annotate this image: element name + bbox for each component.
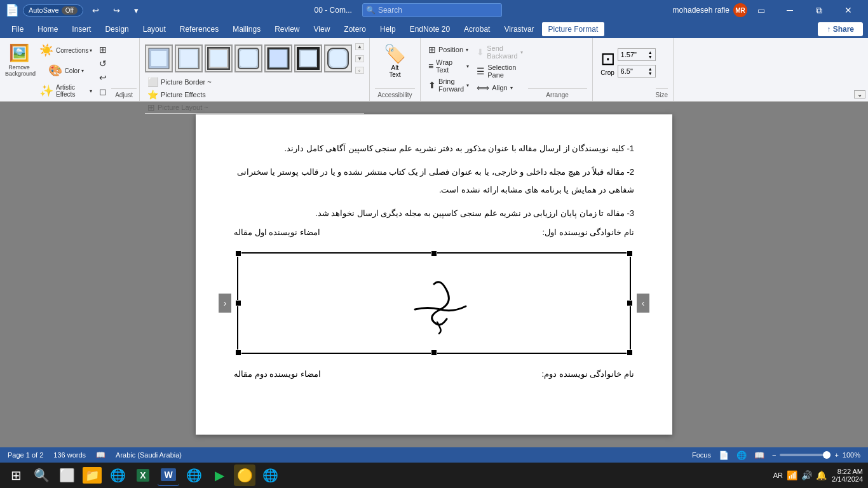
menu-view[interactable]: View (308, 22, 337, 36)
menu-virastvar[interactable]: Virastvar (498, 22, 540, 36)
styles-scroll-up[interactable]: ▲ (355, 43, 364, 50)
compress-pictures-button[interactable]: ⊞ (96, 43, 110, 56)
menu-layout[interactable]: Layout (137, 22, 172, 36)
taskbar-media[interactable]: ▶ (208, 464, 230, 486)
width-spinner-arrows[interactable]: ▲▼ (648, 67, 653, 76)
handle-bottom-middle[interactable] (431, 349, 437, 356)
scroll-right-arrow[interactable]: › (637, 294, 649, 313)
picture-border-button[interactable]: ⬜ Picture Border ~ (145, 76, 364, 88)
style-thumb-3[interactable] (205, 44, 233, 72)
focus-button[interactable]: Focus (692, 451, 711, 459)
view-print-icon[interactable]: 📄 (719, 451, 729, 460)
taskbar-edge[interactable]: 🌐 (107, 464, 128, 486)
close-button[interactable]: ✕ (834, 0, 863, 20)
alt-text-button[interactable]: 🏷️ AltText (379, 41, 411, 88)
tray-volume[interactable]: 🔊 (801, 470, 812, 480)
taskbar-app1[interactable]: 🟡 (234, 464, 255, 486)
height-spinner[interactable]: 1.57" ▲▼ (618, 48, 656, 61)
search-input[interactable] (362, 3, 502, 17)
redo-button[interactable]: ↪ (108, 3, 125, 18)
taskbar-word[interactable]: W (158, 464, 179, 486)
taskbar-taskview[interactable]: ⬜ (56, 464, 78, 486)
height-spinner-arrows[interactable]: ▲▼ (648, 50, 653, 59)
zoom-in-button[interactable]: + (834, 451, 838, 459)
selection-pane-label: Selection Pane (487, 64, 522, 79)
styles-more[interactable]: ⬦ (355, 67, 364, 74)
taskbar-start[interactable]: ⊞ (5, 464, 27, 486)
style-thumb-1[interactable] (145, 44, 173, 72)
ribbon-display-button[interactable]: ▭ (752, 3, 770, 18)
taskbar-edge2[interactable]: 🌐 (183, 464, 205, 486)
customize-button[interactable]: ▾ (129, 3, 144, 18)
style-thumb-4[interactable] (234, 44, 262, 72)
minimize-button[interactable]: ─ (775, 0, 804, 20)
view-web-icon[interactable]: 🌐 (736, 451, 747, 460)
width-spinner[interactable]: 6.5" ▲▼ (618, 65, 656, 78)
handle-top-right[interactable] (627, 250, 633, 257)
menu-home[interactable]: Home (31, 22, 64, 36)
style-thumb-2[interactable] (175, 44, 203, 72)
tray-keyboard[interactable]: AR (773, 471, 783, 479)
color-button[interactable]: 🎨 Color ▾ (37, 61, 95, 80)
signature-image[interactable] (237, 252, 631, 354)
style-thumb-7[interactable] (324, 44, 352, 72)
taskbar-app2[interactable]: 🌐 (259, 464, 281, 486)
handle-middle-right[interactable] (627, 300, 633, 306)
align-button[interactable]: ⟺ Align ▾ (474, 81, 525, 94)
menu-mailings[interactable]: Mailings (226, 22, 267, 36)
menu-endnote[interactable]: EndNote 20 (403, 22, 456, 36)
send-backward-button[interactable]: ⬇ Send Backward ▾ (474, 43, 525, 61)
autosave-toggle[interactable]: AutoSave Off (23, 4, 83, 17)
handle-bottom-right[interactable] (627, 349, 633, 356)
view-read-icon[interactable]: 📖 (754, 451, 764, 460)
taskbar-excel[interactable]: X (132, 464, 154, 486)
zoom-slider[interactable] (780, 454, 831, 456)
transparency-button[interactable]: ◻ (96, 85, 110, 98)
menu-references[interactable]: References (173, 22, 225, 36)
artistic-effects-button[interactable]: ✨ Artistic Effects ▾ (37, 81, 95, 100)
accessibility-label: Accessibility (375, 88, 415, 98)
share-button[interactable]: ↑ Share (818, 22, 863, 36)
ribbon-expand-button[interactable]: ⌄ (854, 90, 865, 98)
wrap-text-button[interactable]: ≡ Wrap Text ▾ (426, 57, 471, 75)
change-picture-button[interactable]: ↺ (96, 57, 110, 70)
crop-button[interactable]: ⊡ Crop (598, 46, 618, 79)
restore-button[interactable]: ⧉ (804, 0, 834, 20)
corrections-icon: ☀️ (39, 43, 53, 57)
taskbar-tray: AR 📶 🔊 🔔 (773, 470, 827, 480)
scroll-left-arrow[interactable]: ‹ (219, 294, 231, 313)
corrections-button[interactable]: ☀️ Corrections ▾ (37, 41, 95, 60)
menu-help[interactable]: Help (374, 22, 402, 36)
undo-button[interactable]: ↩ (87, 3, 104, 18)
menu-design[interactable]: Design (98, 22, 135, 36)
menu-zotero[interactable]: Zotero (337, 22, 372, 36)
bring-forward-button[interactable]: ⬆ Bring Forward ▾ (426, 76, 471, 94)
handle-top-middle[interactable] (431, 250, 437, 257)
menu-picture-format[interactable]: Picture Format (542, 22, 605, 36)
picture-layout-button[interactable]: ⊞ Picture Layout ~ (145, 102, 364, 113)
picture-effects-icon: ⭐ (147, 90, 158, 100)
remove-background-button[interactable]: 🖼️ Remove Background (3, 41, 36, 79)
handle-middle-left[interactable] (235, 300, 241, 306)
style-thumb-5[interactable] (264, 44, 292, 72)
selection-pane-button[interactable]: ☰ Selection Pane (474, 62, 525, 80)
menu-review[interactable]: Review (268, 22, 306, 36)
styles-scroll-down[interactable]: ▼ (355, 55, 364, 62)
menu-acrobat[interactable]: Acrobat (458, 22, 496, 36)
reset-picture-button[interactable]: ↩ (96, 71, 110, 84)
taskbar: ⊞ 🔍 ⬜ 📁 🌐 X W 🌐 ▶ 🟡 🌐 AR 📶 🔊 🔔 8:22 AM 2… (0, 463, 868, 488)
taskbar-files[interactable]: 📁 (81, 464, 103, 486)
zoom-out-button[interactable]: − (772, 451, 776, 459)
style-thumb-6[interactable] (294, 44, 322, 72)
tray-notifications[interactable]: 🔔 (816, 470, 827, 480)
picture-effects-button[interactable]: ⭐ Picture Effects (145, 89, 364, 100)
handle-top-left[interactable] (235, 250, 241, 257)
menu-file[interactable]: File (5, 22, 30, 36)
handle-bottom-left[interactable] (235, 349, 241, 356)
zoom-thumb[interactable] (823, 451, 831, 459)
position-button[interactable]: ⊞ Position ▾ (426, 43, 471, 56)
menu-insert[interactable]: Insert (65, 22, 97, 36)
tray-network[interactable]: 📶 (787, 470, 797, 480)
position-label: Position (438, 46, 463, 53)
taskbar-search[interactable]: 🔍 (31, 464, 52, 486)
